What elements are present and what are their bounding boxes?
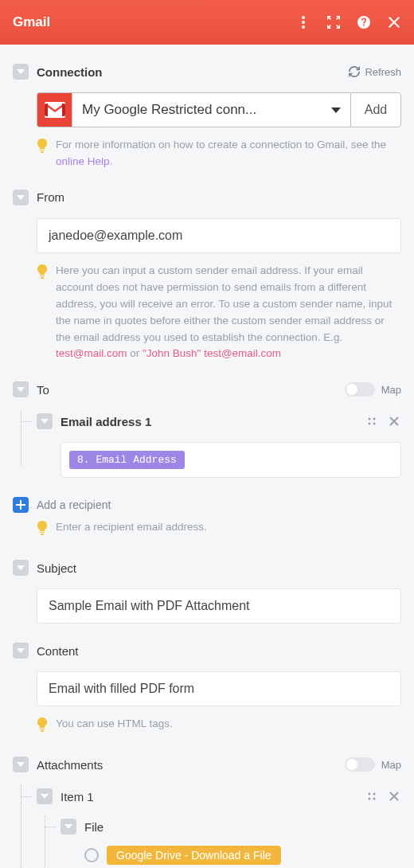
lightbulb-icon xyxy=(37,264,48,363)
add-recipient-label: Add a recipient xyxy=(37,499,111,511)
content-input[interactable] xyxy=(37,671,401,706)
collapse-icon[interactable] xyxy=(13,381,29,397)
section-attachments: Attachments Map Item 1 xyxy=(13,753,401,868)
connection-selected: My Google Restricted conn... xyxy=(82,102,256,118)
map-toggle-to[interactable] xyxy=(345,382,375,397)
connection-select[interactable]: My Google Restricted conn... xyxy=(72,92,350,127)
to-hint: Enter a recipient email address. xyxy=(56,519,207,541)
collapse-icon[interactable] xyxy=(13,64,29,80)
more-icon[interactable] xyxy=(296,15,310,29)
add-recipient-button[interactable]: Add a recipient xyxy=(13,499,401,511)
item-1-label: Item 1 xyxy=(61,790,357,803)
lightbulb-icon xyxy=(37,717,48,737)
map-label: Map xyxy=(381,759,401,771)
app-title: Gmail xyxy=(13,14,296,30)
header-actions xyxy=(296,15,401,29)
lightbulb-icon xyxy=(37,521,48,541)
chevron-down-icon xyxy=(331,108,341,113)
section-to: To Map Email address 1 xyxy=(13,378,401,541)
map-label: Map xyxy=(381,384,401,396)
online-help-link[interactable]: online Help xyxy=(56,155,110,167)
svg-point-7 xyxy=(369,793,371,796)
svg-point-9 xyxy=(369,798,371,800)
svg-point-0 xyxy=(302,16,305,19)
svg-point-5 xyxy=(369,423,371,425)
svg-point-10 xyxy=(373,798,376,800)
attachments-label: Attachments xyxy=(37,758,337,772)
refresh-label: Refresh xyxy=(365,66,401,78)
email-address-token[interactable]: 8. Email Address xyxy=(69,451,185,469)
drag-handle-icon[interactable] xyxy=(365,789,379,803)
remove-item-icon[interactable] xyxy=(387,789,401,803)
file-label: File xyxy=(84,820,401,834)
refresh-button[interactable]: Refresh xyxy=(349,66,401,78)
remove-item-icon[interactable] xyxy=(387,414,401,428)
collapse-icon[interactable] xyxy=(13,560,29,576)
to-token-field[interactable]: 8. Email Address xyxy=(61,442,401,478)
expand-icon[interactable] xyxy=(326,15,341,29)
file-option-gdrive[interactable]: Google Drive - Download a File xyxy=(107,846,281,865)
collapse-icon[interactable] xyxy=(13,757,29,772)
svg-point-2 xyxy=(302,25,305,29)
svg-point-4 xyxy=(373,418,376,420)
svg-point-8 xyxy=(373,793,376,796)
section-from: From Here you can input a custom sender … xyxy=(13,186,401,363)
collapse-icon[interactable] xyxy=(13,190,29,205)
section-content: Content You can use HTML tags. xyxy=(13,639,401,737)
collapse-icon[interactable] xyxy=(37,413,53,429)
content-label: Content xyxy=(37,644,401,658)
from-hint: Here you can input a custom sender email… xyxy=(56,263,401,363)
collapse-icon[interactable] xyxy=(13,643,29,659)
subject-input[interactable] xyxy=(37,588,401,624)
to-label: To xyxy=(37,383,337,397)
add-connection-button[interactable]: Add xyxy=(350,92,401,127)
email-address-1-label: Email address 1 xyxy=(61,415,357,428)
content-hint: You can use HTML tags. xyxy=(56,716,173,737)
map-toggle-attachments[interactable] xyxy=(345,757,375,772)
subject-label: Subject xyxy=(37,561,401,575)
lightbulb-icon xyxy=(37,139,48,170)
file-option-radio-gdrive[interactable] xyxy=(84,848,99,862)
svg-point-6 xyxy=(373,423,376,425)
plus-icon xyxy=(13,497,29,513)
drag-handle-icon[interactable] xyxy=(365,414,379,428)
collapse-icon[interactable] xyxy=(61,819,76,835)
close-icon[interactable] xyxy=(387,15,401,29)
connection-label: Connection xyxy=(37,65,341,79)
svg-point-1 xyxy=(302,21,305,24)
section-subject: Subject xyxy=(13,557,401,624)
svg-point-3 xyxy=(369,418,371,420)
gmail-icon xyxy=(37,92,72,127)
collapse-icon[interactable] xyxy=(37,788,53,804)
app-header: Gmail xyxy=(0,0,414,45)
from-label: From xyxy=(37,190,401,204)
connection-hint: For more information on how to create a … xyxy=(56,137,401,170)
from-input[interactable] xyxy=(37,218,401,253)
section-connection: Connection Refresh My Google Restricted … xyxy=(13,61,401,170)
help-icon[interactable] xyxy=(357,15,371,29)
